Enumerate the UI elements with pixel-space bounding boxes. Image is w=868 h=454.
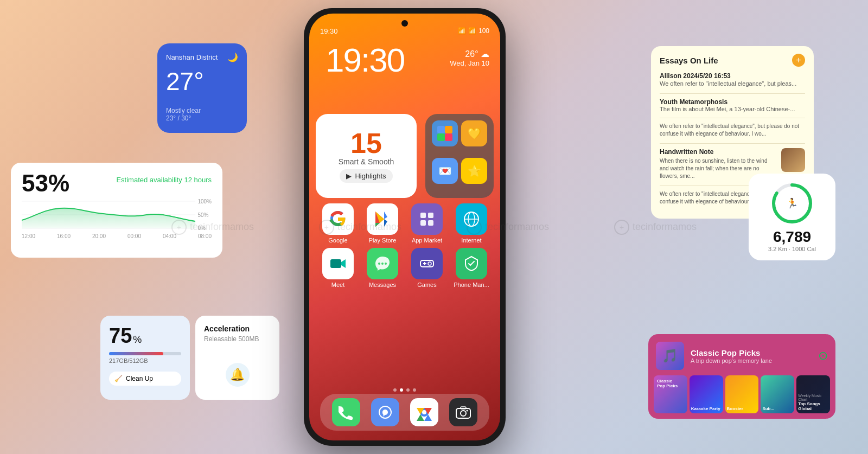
games-icon (411, 248, 443, 279)
spotify-logo-icon: ⊙ (818, 349, 828, 363)
app-games[interactable]: Games (407, 248, 446, 288)
dock-camera[interactable] (444, 398, 483, 426)
spotify-subtitle: A trip down pop's memory lane (691, 357, 812, 364)
phone-dock (320, 394, 489, 431)
phone-call-icon (332, 398, 360, 426)
fitness-ring: 🏃 (770, 182, 814, 225)
weather-temperature: 27° (166, 67, 238, 96)
phone-clock: 19:30 (326, 43, 404, 77)
dock-chat[interactable] (366, 398, 405, 426)
wifi-icon: 📶 (458, 27, 466, 35)
highlights-folder[interactable]: 15 Smart & Smooth ▶ Highlights (316, 114, 417, 198)
app-appmarket[interactable]: App Market (407, 203, 446, 244)
spotify-album-5[interactable]: Top Songs Global Weekly Music Chart (796, 375, 830, 413)
memory-widget: 75 % 217GB/512GB 🧹 Clean Up (100, 316, 190, 400)
phone-app-row-2: Meet Messages (316, 248, 494, 288)
svg-marker-15 (341, 259, 346, 268)
phone-app-row-1: Google Play Store (316, 203, 494, 244)
spotify-album-4[interactable]: Sub... (761, 375, 794, 413)
battery-estimated: Estimated availability 12 hours (116, 176, 212, 184)
play-label: Highlights (355, 172, 386, 180)
weather-moon-icon: 🌙 (227, 52, 238, 62)
spotify-album-3[interactable]: Booster (725, 375, 759, 413)
svg-rect-26 (456, 408, 470, 418)
folder-smartsmooth: Smart & Smooth (339, 157, 394, 166)
svg-point-20 (428, 262, 431, 265)
spotify-info: Classic Pop Picks A trip down pop's memo… (691, 348, 812, 364)
memory-size: 217GB/512GB (109, 357, 181, 364)
memory-cleanup-button[interactable]: 🧹 Clean Up (109, 372, 181, 386)
phone-weather-display: 26° ☁ Wed, Jan 10 (450, 49, 489, 67)
essay-title-4: Handwritten Note (660, 148, 777, 156)
spotify-title: Classic Pop Picks (691, 348, 812, 357)
spotify-albums: ClassicPop Picks Karaoke Party Booster S… (648, 375, 835, 419)
memory-bar-bg (109, 352, 181, 355)
folder-app-2[interactable]: 💛 (461, 120, 487, 146)
folder-play-button[interactable]: ▶ Highlights (340, 169, 392, 183)
app-playstore[interactable]: Play Store (363, 203, 402, 244)
essays-title: Essays On Life (660, 56, 718, 65)
svg-point-27 (461, 411, 466, 416)
svg-rect-8 (428, 213, 433, 218)
dot-3 (406, 388, 410, 392)
phone: 19:30 📶 📶 100 19:30 26° ☁ Wed, Jan 10 (304, 8, 506, 446)
phone-screen: 19:30 📶 📶 100 19:30 26° ☁ Wed, Jan 10 (309, 14, 500, 440)
spotify-album-1[interactable]: ClassicPop Picks (654, 375, 687, 413)
app-messages[interactable]: Messages (363, 248, 402, 288)
folder-app-3[interactable]: 💌 (432, 158, 458, 184)
phonemanager-label: Phone Man... (454, 282, 489, 288)
phonemanager-icon (456, 248, 487, 279)
dock-phone[interactable] (327, 398, 366, 426)
memory-unit: % (133, 334, 142, 346)
phone-status-icons: 📶 📶 100 (458, 27, 489, 35)
essays-add-button[interactable]: + (792, 54, 805, 67)
play-icon: ▶ (346, 172, 352, 180)
essay-text-3: We often refer to "intellectual elegance… (660, 123, 805, 138)
weather-range: 23° / 30° (166, 114, 238, 122)
google-label: Google (328, 237, 347, 244)
messages-label: Messages (369, 282, 396, 288)
folder-app-1[interactable] (432, 120, 458, 146)
spotify-album-2[interactable]: Karaoke Party (690, 375, 723, 413)
accel-bell-icon[interactable]: 🔔 (226, 363, 250, 387)
playstore-label: Play Store (369, 237, 397, 244)
weather-widget: Nanshan District 🌙 27° Mostly clear 23° … (157, 43, 247, 133)
essay-divider-1 (660, 93, 805, 94)
svg-point-18 (385, 263, 387, 265)
spotify-top: 🎵 Classic Pop Picks A trip down pop's me… (648, 334, 835, 375)
meet-icon (322, 248, 354, 279)
karaoke-label: Karaoke Party (691, 406, 722, 412)
battery-level-labels: 100%50%0% (197, 199, 212, 231)
folder-number: 15 (350, 129, 382, 157)
app-phonemanager[interactable]: Phone Man... (452, 248, 491, 288)
internet-label: Internet (461, 237, 481, 244)
weather-description: Mostly clear (166, 107, 238, 114)
watermark-4: tecinformamos (614, 220, 697, 235)
phone-status-bar: 19:30 📶 📶 100 (309, 14, 500, 41)
spotify-main-art: 🎵 (656, 342, 684, 370)
svg-point-25 (422, 410, 426, 414)
battery-percent: 53% (22, 171, 69, 195)
dot-1 (393, 388, 397, 392)
dock-chrome[interactable] (405, 398, 444, 426)
app-folder-box[interactable]: 💛 💌 ⭐ (425, 114, 494, 198)
folder-app-4[interactable]: ⭐ (461, 158, 487, 184)
accel-desc: Releasable 500MB (204, 335, 259, 343)
battery-chart: 100%50%0% (22, 199, 212, 231)
dot-2 (400, 388, 403, 392)
essay-item-2: Youth Metamorphosis The film is about Me… (660, 98, 805, 112)
phone-top-apps-row: 15 Smart & Smooth ▶ Highlights 💛 💌 (316, 114, 494, 198)
battery-icon: 100 (478, 27, 489, 35)
app-internet[interactable]: Internet (452, 203, 491, 244)
fitness-steps: 6,789 (773, 228, 811, 246)
app-meet[interactable]: Meet (318, 248, 358, 288)
essay-item-3: We often refer to "intellectual elegance… (660, 123, 805, 138)
games-label: Games (417, 282, 436, 288)
svg-rect-4 (445, 126, 452, 133)
app-google[interactable]: Google (318, 203, 358, 244)
svg-rect-10 (428, 220, 433, 226)
phone-apps-area: 15 Smart & Smooth ▶ Highlights 💛 💌 (316, 114, 494, 292)
cleanup-label: Clean Up (126, 375, 153, 382)
svg-rect-9 (420, 220, 426, 226)
essay-title-2: Youth Metamorphosis (660, 98, 805, 106)
